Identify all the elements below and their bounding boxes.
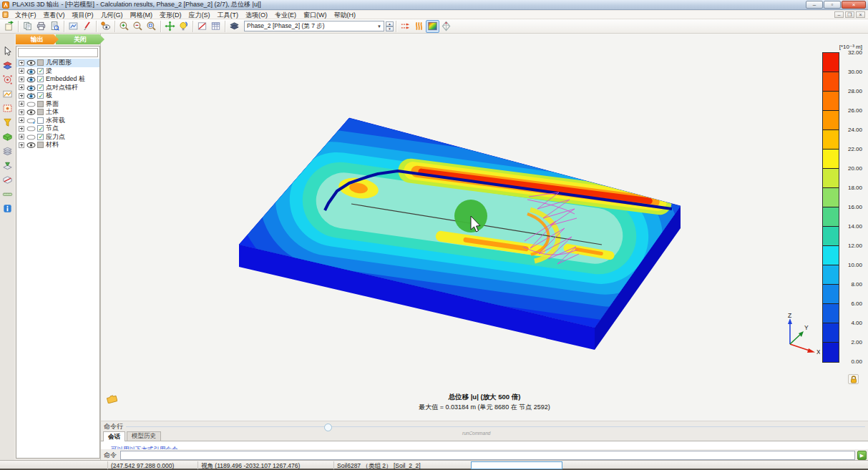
- tree-checkbox[interactable]: [37, 68, 44, 74]
- layers-dark-icon[interactable]: [228, 20, 241, 33]
- menu-item-选项o[interactable]: 选项(O): [242, 11, 271, 19]
- shading-icon[interactable]: [426, 20, 439, 33]
- filter-funnel-icon[interactable]: [1, 117, 14, 128]
- phase-dropdown[interactable]: Phase_2 [Phase_2] (第 7 步) ▼: [244, 21, 384, 31]
- command-input[interactable]: [120, 451, 855, 460]
- menu-item-应力s[interactable]: 应力(S): [185, 11, 214, 19]
- menu-item-文件f[interactable]: 文件(F): [11, 11, 40, 19]
- tree-checkbox[interactable]: [37, 142, 44, 148]
- cursor-icon[interactable]: [1, 45, 14, 57]
- section-box-icon[interactable]: [1, 174, 14, 185]
- visibility-eye-icon[interactable]: [26, 125, 36, 132]
- visibility-eye-icon[interactable]: [26, 134, 36, 140]
- copy-icon[interactable]: [21, 20, 34, 33]
- panel-collapse-handle[interactable]: [324, 424, 332, 431]
- spinner-down-icon[interactable]: ▼: [386, 26, 394, 31]
- menu-item-帮助h[interactable]: 帮助(H): [331, 11, 360, 19]
- section-planes-icon[interactable]: [1, 59, 14, 71]
- tree-checkbox[interactable]: [37, 134, 44, 140]
- expand-icon[interactable]: [19, 101, 24, 107]
- expand-icon[interactable]: [19, 109, 24, 115]
- expand-icon[interactable]: [19, 142, 24, 148]
- slices-icon[interactable]: [1, 145, 14, 157]
- run-command-button[interactable]: ▶: [857, 451, 867, 460]
- soil-box-icon[interactable]: [1, 131, 14, 142]
- tree-checkbox[interactable]: [37, 125, 44, 132]
- table-icon[interactable]: [209, 20, 223, 33]
- close-button[interactable]: ×: [842, 1, 866, 9]
- frame-chart-icon[interactable]: [67, 20, 80, 33]
- section-tri-icon[interactable]: [1, 160, 14, 171]
- tree-checkbox[interactable]: [37, 59, 44, 66]
- spinner-up-icon[interactable]: ▲: [386, 21, 394, 26]
- visibility-eye-icon[interactable]: [26, 84, 36, 91]
- tab-session[interactable]: 会话: [103, 431, 125, 441]
- eye-dot-icon[interactable]: [99, 20, 112, 33]
- select-rect-icon[interactable]: [1, 102, 14, 114]
- tree-checkbox[interactable]: [37, 84, 44, 91]
- tree-filter-input[interactable]: [18, 48, 98, 57]
- contour-orange-icon[interactable]: [412, 20, 426, 33]
- menu-item-网格m[interactable]: 网格(M): [127, 11, 157, 19]
- visibility-eye-icon[interactable]: [26, 59, 36, 66]
- ruler-icon[interactable]: [1, 188, 14, 200]
- model-3d-view[interactable]: [101, 34, 868, 421]
- tree-checkbox[interactable]: [37, 109, 44, 115]
- menu-item-工具t[interactable]: 工具(T): [214, 11, 243, 19]
- tab-output[interactable]: 输出: [16, 34, 59, 44]
- tab-model-history[interactable]: 模型历史: [127, 431, 161, 441]
- tree-item-几何图形[interactable]: 几何图形: [16, 59, 99, 67]
- cross-section-icon[interactable]: [195, 20, 209, 33]
- model-viewport[interactable]: [*10⁻³ m] 32.0030.0028.0026.0024.0022.00…: [100, 34, 868, 421]
- visibility-eye-icon[interactable]: [26, 76, 36, 82]
- tree-checkbox[interactable]: [37, 117, 44, 124]
- iso-surface-icon[interactable]: [439, 20, 453, 33]
- visibility-eye-icon[interactable]: [26, 68, 36, 74]
- pen-red-icon[interactable]: [80, 20, 94, 33]
- expand-icon[interactable]: [19, 77, 24, 82]
- expand-icon[interactable]: [19, 68, 24, 74]
- move-icon[interactable]: [163, 20, 177, 33]
- menu-item-查看v[interactable]: 查看(V): [40, 11, 69, 19]
- menu-item-窗口w[interactable]: 窗口(W): [300, 11, 331, 19]
- zoom-box-icon[interactable]: [145, 20, 158, 33]
- arrows-red-icon[interactable]: [399, 20, 412, 33]
- tree-checkbox[interactable]: [37, 101, 44, 107]
- tab-close[interactable]: 关闭: [56, 34, 104, 44]
- menu-item-变形d[interactable]: 变形(D): [156, 11, 185, 19]
- tree-item-材料[interactable]: 材料: [16, 141, 99, 150]
- mdi-restore-button[interactable]: ❐: [845, 11, 854, 18]
- mdi-close-button[interactable]: ×: [856, 11, 865, 18]
- expand-icon[interactable]: [19, 60, 24, 66]
- bulb-icon[interactable]: [177, 20, 190, 33]
- expand-icon[interactable]: [19, 93, 24, 99]
- menu-item-专业e[interactable]: 专业(E): [271, 11, 300, 19]
- zoom-out-icon[interactable]: [131, 20, 145, 33]
- legend-lock-button[interactable]: [848, 374, 859, 384]
- info-icon[interactable]: [1, 202, 14, 214]
- expand-icon[interactable]: [19, 84, 24, 90]
- menu-item-几何g[interactable]: 几何(G): [97, 11, 127, 19]
- expand-icon[interactable]: [19, 117, 24, 123]
- tree-checkbox[interactable]: [37, 76, 44, 82]
- visibility-eye-icon[interactable]: [26, 109, 36, 115]
- tree-checkbox[interactable]: [37, 92, 44, 99]
- zoom-in-icon[interactable]: [117, 20, 131, 33]
- select-points-icon[interactable]: [1, 74, 14, 85]
- visibility-eye-icon[interactable]: [26, 117, 36, 124]
- print-icon[interactable]: [34, 20, 48, 33]
- visibility-eye-icon[interactable]: [26, 101, 36, 107]
- maximize-button[interactable]: ▫: [824, 1, 841, 9]
- tree-item-点对点锚杆[interactable]: 点对点锚杆: [16, 84, 99, 92]
- visibility-eye-icon[interactable]: [26, 92, 36, 99]
- minimize-button[interactable]: –: [806, 1, 823, 9]
- export-icon[interactable]: [2, 20, 16, 33]
- visibility-eye-icon[interactable]: [26, 142, 36, 148]
- expand-icon[interactable]: [19, 126, 24, 132]
- folder-icon[interactable]: [107, 395, 117, 403]
- report-icon[interactable]: [48, 20, 62, 33]
- menu-item-项目p[interactable]: 项目(P): [69, 11, 97, 19]
- panel-splitter[interactable]: [126, 426, 865, 427]
- expand-icon[interactable]: [19, 134, 24, 139]
- mdi-minimize-button[interactable]: –: [834, 11, 844, 18]
